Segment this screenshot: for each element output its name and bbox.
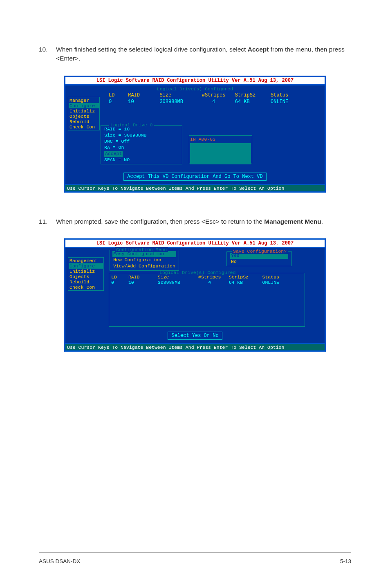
header-status: Status	[262, 274, 289, 280]
logical-drives-table: Logical Drive(s) Configured LD RAID Size…	[109, 273, 305, 327]
step-number: 11.	[39, 217, 56, 226]
config-ra[interactable]: RA = On	[104, 145, 179, 151]
footer-rule	[39, 552, 351, 553]
header-status: Status	[271, 92, 299, 98]
management-sidebar[interactable]: Management Configure Initializ Objects R…	[68, 257, 104, 291]
header-size: Size	[159, 92, 192, 98]
terminal-footer: Use Cursor Keys To Navigate Between Item…	[65, 184, 325, 191]
cell-size: 308988MB	[158, 280, 191, 285]
step-10: 10. When finished setting the selected l…	[39, 45, 351, 63]
page-footer: ASUS DSAN-DX 5-13	[39, 558, 351, 564]
step10-bold: Accept	[248, 46, 269, 53]
logical-drive-config-box: Logical Drive 0 RAID = 10 Size = 308988M…	[101, 125, 182, 164]
sidebar-item-configure[interactable]: Configure	[69, 103, 99, 108]
step-text: When prompted, save the configuration, t…	[56, 217, 351, 226]
configuration-menu[interactable]: Configuration Menu Easy Configuration Ne…	[110, 250, 179, 271]
cell-stripes: 4	[193, 280, 226, 285]
terminal-footer: Use Cursor Keys To Navigate Between Item…	[65, 343, 325, 350]
sidebar-item-objects[interactable]: Objects	[69, 114, 99, 119]
cell-status: ONLINE	[271, 99, 299, 105]
configuration-menu-label: Configuration Menu	[115, 247, 168, 252]
sidebar-item-management[interactable]: Management	[69, 258, 103, 263]
cell-status: ONLINE	[262, 280, 289, 285]
save-opt-no[interactable]: No	[230, 259, 288, 265]
logical-drive-label: Logical Drive 0	[109, 122, 154, 128]
cell-stripsz: 64 KB	[229, 280, 260, 285]
cell-ld: 0	[109, 99, 125, 105]
config-accept[interactable]: Accept	[104, 151, 123, 157]
sidebar-item-configure[interactable]: Configure	[69, 263, 103, 269]
terminal-screen-1: LSI Logic Software RAID Configuration Ut…	[64, 76, 326, 193]
cell-stripsz: 64 KB	[235, 99, 268, 105]
terminal-title: LSI Logic Software RAID Configuration Ut…	[65, 240, 325, 248]
config-size[interactable]: Size = 308988MB	[104, 132, 179, 139]
step-number: 10.	[39, 45, 56, 63]
slot-label: IN A00-03	[190, 137, 215, 142]
save-configuration-dialog[interactable]: Save Configuration? Yes No	[226, 251, 292, 266]
drives-configured-label: Logical Drive(s) Configured	[158, 270, 237, 275]
sidebar-item-initialize[interactable]: Initializ	[69, 269, 103, 274]
sidebar-item-objects[interactable]: Objects	[69, 274, 103, 279]
sidebar-item-initialize[interactable]: Initializ	[69, 108, 99, 114]
footer-right: 5-13	[340, 558, 351, 564]
sidebar-item-manager[interactable]: Manager	[69, 98, 99, 103]
cfg-menu-view-add[interactable]: View/Add Configuration	[112, 263, 176, 269]
header-raid: RAID	[128, 274, 155, 280]
header-stripes: #Stripes	[195, 92, 232, 98]
step11-bold: Management Menu	[264, 218, 321, 225]
header-raid: RAID	[128, 92, 157, 98]
header-ld: LD	[111, 274, 126, 280]
management-sidebar[interactable]: Manager Configure Initializ Objects Rebu…	[68, 97, 100, 130]
slot-fill	[190, 143, 251, 164]
footer-left: ASUS DSAN-DX	[39, 558, 80, 564]
step-text: When finished setting the selected logic…	[56, 45, 351, 63]
terminal-title: LSI Logic Software RAID Configuration Ut…	[65, 77, 325, 85]
table-row: 0 10 308988MB 4 64 KB ONLINE	[68, 99, 322, 105]
table-row: 0 10 308988MB 4 64 KB ONLINE	[111, 280, 303, 285]
config-span[interactable]: SPAN = NO	[104, 157, 179, 163]
step-11: 11. When prompted, save the configuratio…	[39, 217, 351, 226]
cell-stripes: 4	[195, 99, 232, 105]
table-headers: LD RAID Size #Stripes StripSz Status	[68, 92, 322, 99]
step11-text-a: When prompted, save the configuration, t…	[56, 218, 264, 225]
header-stripsz: StripSz	[235, 92, 268, 98]
header-ld: LD	[109, 92, 125, 98]
accept-vd-button[interactable]: Accept This VD Configuration And Go To N…	[123, 173, 266, 181]
sidebar-item-check-con[interactable]: Check Con	[69, 124, 99, 130]
cell-ld: 0	[111, 280, 126, 285]
sidebar-item-check-con[interactable]: Check Con	[69, 285, 103, 290]
sidebar-item-rebuild[interactable]: Rebuild	[69, 119, 99, 124]
cell-size: 308988MB	[159, 99, 192, 105]
cfg-menu-new[interactable]: New Configuration	[112, 257, 176, 263]
sidebar-item-rebuild[interactable]: Rebuild	[69, 279, 103, 285]
terminal-screen-2: LSI Logic Software RAID Configuration Ut…	[64, 238, 326, 352]
save-configuration-label: Save Configuration?	[232, 249, 288, 254]
drives-configured-label: Logical Drive(s) Configured	[68, 86, 322, 92]
cell-raid: 10	[128, 280, 155, 285]
step10-text-a: When finished setting the selected logic…	[56, 46, 248, 53]
cell-raid: 10	[128, 99, 157, 105]
step11-text-b: .	[321, 218, 323, 225]
config-dwc[interactable]: DWC = Off	[104, 139, 179, 145]
select-yes-no-button[interactable]: Select Yes Or No	[168, 332, 222, 340]
drive-slot-box: IN A00-03	[189, 135, 252, 164]
